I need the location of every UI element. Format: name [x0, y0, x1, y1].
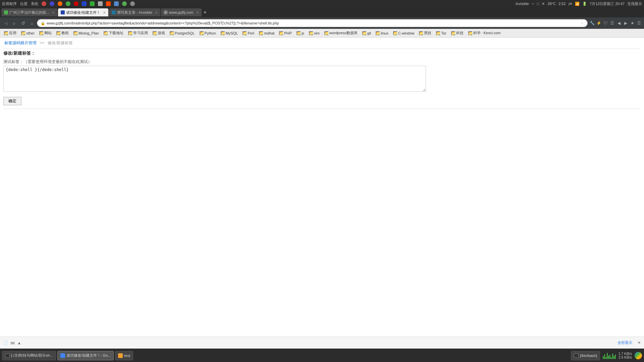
download-bar: 📄 txt ▲ 全部显示 ✕ — [0, 337, 644, 349]
tab-1-close[interactable]: ✕ — [52, 11, 55, 14]
home-button[interactable]: ⌂ — [28, 19, 36, 27]
folder-icon-cwindow: 📁 — [393, 31, 397, 35]
bookmark-star[interactable]: ☆ — [581, 21, 584, 25]
download-arrow[interactable]: ▲ — [17, 341, 21, 345]
bookmark-git[interactable]: 📁 git — [360, 31, 373, 36]
tab-2-label: 成功修改/创建文件！ — [66, 10, 100, 15]
bookmark-kesci-label: 科学 · Kesci.com — [473, 31, 501, 36]
folder-icon-python: 📁 — [200, 31, 204, 35]
bookmark-cwindow-label: C-window — [398, 31, 414, 35]
bookmark-js[interactable]: 📁 js — [294, 31, 306, 36]
bookmark-heiji[interactable]: 📁 黑技 — [417, 30, 433, 36]
app-icon-1[interactable] — [42, 1, 46, 6]
url-text: www.gzjftj.com/bradmin/tpl.php?action=sa… — [47, 21, 579, 25]
bookmark-apps-label: 应用 — [9, 31, 16, 36]
nav-icon-8[interactable]: ☰ — [636, 20, 642, 26]
tab-1[interactable]: 广州三甲治疗脑记的医... ✕ — [1, 8, 57, 16]
reload-button[interactable]: ↺ — [19, 19, 27, 27]
nav-icon-6[interactable]: ▶ — [623, 20, 629, 26]
nav-icon-3[interactable]: 🛡 — [602, 20, 608, 26]
new-tab-button[interactable]: + — [202, 9, 208, 15]
places-menu[interactable]: 位置 — [20, 1, 28, 6]
tab-4-close[interactable]: ✕ — [196, 11, 199, 14]
close-btn[interactable]: ✕ — [542, 2, 545, 6]
app-icon-6[interactable] — [82, 1, 87, 6]
apps-menu[interactable]: 应用程序 — [2, 1, 17, 6]
bookmark-postgresql[interactable]: 📁 PostgreSQL — [168, 31, 197, 36]
bookmark-mining[interactable]: 📁 Mining_Plan — [71, 31, 101, 36]
bookmark-linux[interactable]: 📁 linux — [374, 31, 390, 36]
app-icon-4[interactable] — [66, 1, 70, 6]
tab-2-close[interactable]: ✕ — [103, 11, 106, 14]
bookmark-website[interactable]: 📁 网站 — [37, 30, 54, 36]
app-icon-3[interactable] — [58, 1, 62, 6]
bookmark-python[interactable]: 📁 Python — [198, 31, 218, 36]
bookmark-learning[interactable]: 📁 学习应用 — [126, 30, 150, 36]
tab-4[interactable]: www.gzjftj.com ✕ — [161, 8, 202, 16]
folder-icon-vim: 📁 — [309, 31, 313, 35]
datetime: 7月12日星期三 20:47 — [590, 1, 625, 6]
download-bar-close[interactable]: ✕ — [638, 341, 641, 345]
bookmark-redhat[interactable]: 📁 redhat — [257, 31, 276, 36]
nav-icon-5[interactable]: ◀ — [616, 20, 622, 26]
app-icon-11[interactable] — [122, 1, 127, 6]
tab-3-close[interactable]: ✕ — [155, 11, 158, 14]
bookmark-vim[interactable]: 📁 vim — [307, 31, 322, 36]
nav-icon-7[interactable]: ★ — [629, 20, 635, 26]
bookmark-php[interactable]: 📁 PHP — [277, 31, 294, 36]
bookmark-vim-label: vim — [314, 31, 320, 35]
bookmark-apps[interactable]: 📁 应用 — [2, 30, 18, 36]
app-icon-8[interactable] — [98, 1, 103, 6]
bookmark-perl[interactable]: 📁 Perl — [240, 31, 256, 36]
forward-button[interactable]: ▶ — [11, 19, 18, 27]
bookmark-wordpress[interactable]: 📁 wordpress数据库 — [322, 30, 360, 36]
bookmark-wordpress-label: wordpress数据库 — [329, 31, 358, 36]
tab-1-favicon — [4, 10, 8, 14]
bookmark-tutorial-label: 教程 — [61, 31, 69, 36]
submit-button[interactable]: 确定 — [3, 97, 21, 105]
lock-icon: 🔒 — [41, 21, 45, 25]
minimize-btn[interactable]: ─ — [532, 2, 534, 6]
bookmark-keji-label: 科技 — [456, 31, 464, 36]
battery-icon: 🔋 — [582, 2, 587, 6]
app-icon-5[interactable] — [74, 1, 78, 6]
bookmark-games[interactable]: 📁 游戏 — [151, 30, 167, 36]
tag-content-textarea[interactable]: {dede:shell }{/dede:shell} — [3, 66, 426, 92]
bookmark-keji[interactable]: 📁 科技 — [449, 30, 466, 36]
nav-bar: ◀ ▶ ↺ ⌂ 🔒 www.gzjftj.com/bradmin/tpl.php… — [0, 17, 644, 29]
tab-3[interactable]: 撰写新文章 - Invisible ✕ — [109, 8, 160, 16]
bookmark-cwindow[interactable]: 📁 C-window — [391, 31, 416, 36]
tab-4-favicon — [164, 10, 168, 14]
maximize-btn[interactable]: □ — [537, 2, 539, 6]
bookmark-tutorial[interactable]: 📁 教程 — [54, 30, 71, 36]
breadcrumb-home[interactable]: 标签源码模片管理 — [4, 41, 37, 45]
app-icon-12[interactable] — [130, 1, 135, 6]
bookmark-download[interactable]: 📁 下载地址 — [102, 30, 125, 36]
app-icon-10[interactable] — [114, 1, 119, 6]
app-icon-7[interactable] — [90, 1, 95, 6]
nav-icon-1[interactable]: 🔧 — [589, 20, 595, 26]
bookmark-tor[interactable]: 📁 Tor — [434, 31, 448, 36]
network-icon: 📶 — [575, 2, 580, 6]
bookmark-postgresql-label: PostgreSQL — [175, 31, 195, 35]
nav-icon-2[interactable]: ⚡ — [596, 20, 602, 26]
app-icon-9[interactable] — [106, 1, 111, 6]
clock: 2:52 — [558, 2, 566, 6]
folder-icon-js: 📁 — [297, 31, 301, 35]
show-all-label[interactable]: 全部显示 — [618, 340, 632, 345]
nav-icon-4[interactable]: ☰ — [609, 20, 615, 26]
tab-1-label: 广州三甲治疗脑记的医... — [9, 10, 49, 15]
bookmark-kesci[interactable]: 📁 科学 · Kesci.com — [466, 30, 503, 36]
tab-2[interactable]: 成功修改/创建文件！ ✕ — [58, 8, 108, 16]
address-bar[interactable]: 🔒 www.gzjftj.com/bradmin/tpl.php?action=… — [37, 19, 588, 27]
back-button[interactable]: ◀ — [2, 19, 9, 27]
system-menu[interactable]: 系统 — [31, 1, 38, 6]
bookmark-games-label: 游戏 — [158, 31, 165, 36]
bookmark-mysql[interactable]: 📁 MySQL — [219, 31, 240, 36]
bookmark-other[interactable]: 📁 other — [19, 31, 37, 36]
app-icon-2[interactable] — [50, 1, 54, 6]
folder-icon-heiji: 📁 — [419, 31, 423, 35]
folder-icon-website: 📁 — [39, 31, 43, 35]
download-filename: txt — [11, 341, 15, 345]
page-content: 标签源码模片管理 >> 修改/新建标签 修改/新建标签： 测试标签：（需要使用环… — [0, 38, 644, 113]
